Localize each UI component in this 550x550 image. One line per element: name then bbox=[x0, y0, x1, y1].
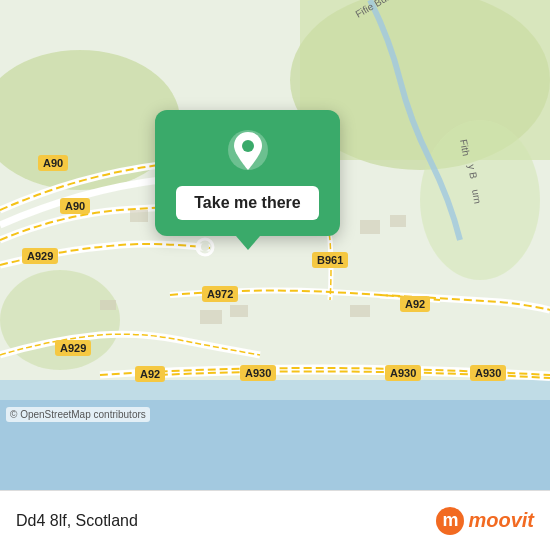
svg-rect-15 bbox=[390, 215, 406, 227]
moovit-logo: m moovit bbox=[436, 507, 534, 535]
road-label-a92-2: A92 bbox=[135, 366, 165, 382]
svg-rect-18 bbox=[350, 305, 370, 317]
road-label-a90-2: A90 bbox=[60, 198, 90, 214]
svg-rect-12 bbox=[130, 210, 148, 222]
road-label-b961: B961 bbox=[312, 252, 348, 268]
road-label-a930-1: A930 bbox=[240, 365, 276, 381]
svg-rect-17 bbox=[230, 305, 248, 317]
road-label-a972: A972 bbox=[202, 286, 238, 302]
svg-point-21 bbox=[201, 243, 209, 251]
road-label-a92-1: A92 bbox=[400, 296, 430, 312]
road-label-a929-1: A929 bbox=[22, 248, 58, 264]
road-label-a930-2: A930 bbox=[385, 365, 421, 381]
road-label-a929-2: A929 bbox=[55, 340, 91, 356]
svg-point-23 bbox=[242, 140, 254, 152]
moovit-logo-text: moovit bbox=[468, 509, 534, 532]
info-bar: Dd4 8lf, Scotland m moovit bbox=[0, 490, 550, 550]
svg-rect-19 bbox=[100, 300, 116, 310]
svg-rect-16 bbox=[200, 310, 222, 324]
location-label: Dd4 8lf, Scotland bbox=[16, 512, 138, 530]
map-container: Fifie Burn Fith y B urn bbox=[0, 0, 550, 490]
moovit-logo-icon: m bbox=[436, 507, 464, 535]
location-pin-icon bbox=[224, 128, 272, 176]
road-label-a930-3: A930 bbox=[470, 365, 506, 381]
map-attribution: © OpenStreetMap contributors bbox=[6, 407, 150, 422]
take-me-there-button[interactable]: Take me there bbox=[176, 186, 318, 220]
road-label-a90-1: A90 bbox=[38, 155, 68, 171]
svg-rect-14 bbox=[360, 220, 380, 234]
popup-card: Take me there bbox=[155, 110, 340, 236]
